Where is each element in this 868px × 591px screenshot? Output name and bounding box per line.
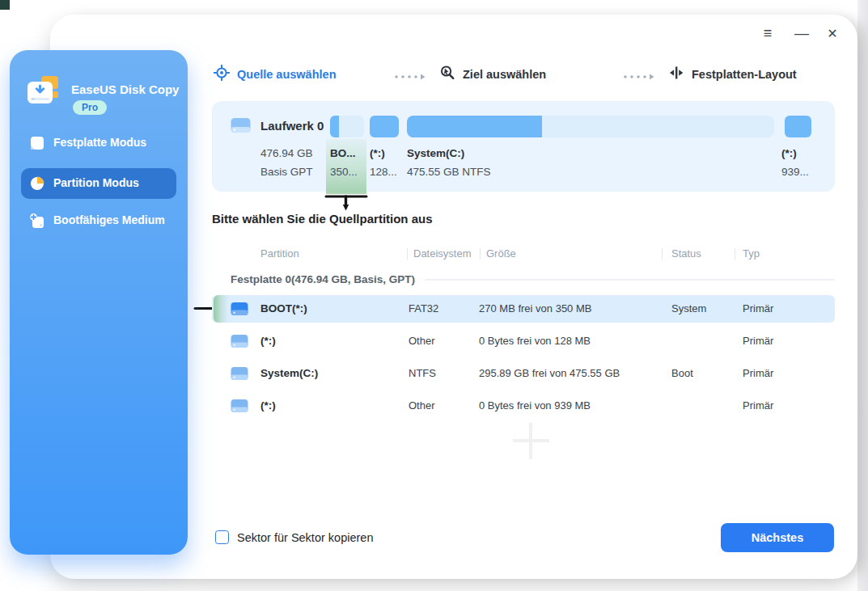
cell-filesystem: NTFS [409, 367, 436, 379]
segment-size: 475.55 GB NTFS [407, 166, 491, 178]
column-header-partition: Partition [260, 247, 299, 260]
step-separator-dots-icon [623, 70, 655, 84]
cell-type: Primär [743, 302, 773, 314]
column-divider [407, 248, 408, 260]
cell-size: 295.89 GB frei von 475.55 GB [479, 367, 620, 379]
segment-size: 128... [370, 166, 397, 178]
close-icon[interactable]: ✕ [822, 23, 843, 44]
column-header-typ: Typ [743, 247, 760, 260]
disk-group-label: Festplatte 0(476.94 GB, Basis, GPT) [231, 273, 415, 285]
sector-by-sector-checkbox[interactable] [215, 530, 229, 544]
plus-watermark-icon [513, 423, 549, 459]
partition-segment-recovery[interactable] [785, 116, 811, 137]
cell-type: Primär [743, 367, 773, 379]
partition-segment-boot[interactable] [330, 116, 364, 137]
table-row[interactable]: (*:) Other 0 Bytes frei von 128 MB Primä… [212, 327, 835, 355]
partition-icon [231, 366, 248, 384]
cell-partition: System(C:) [260, 367, 318, 379]
segment-label: (*:) [370, 147, 385, 159]
drive-size: 476.94 GB [260, 147, 313, 159]
partition-mode-pie-icon [29, 175, 45, 195]
cell-partition: BOOT(*:) [260, 302, 307, 314]
drive-icon [231, 117, 251, 137]
layout-arrows-icon [668, 65, 684, 84]
pro-badge: Pro [73, 100, 107, 115]
app-title: EaseUS Disk Copy [71, 82, 179, 96]
segment-label: BO... [330, 147, 356, 159]
cell-type: Primär [743, 399, 773, 412]
column-divider [480, 248, 481, 260]
cell-partition: (*:) [260, 399, 276, 412]
sidebar-item-bootfaehiges-medium[interactable]: Bootfähiges Medium [10, 205, 188, 236]
sidebar: EaseUS Disk Copy Pro Festplatte Modus Pa… [10, 50, 188, 555]
segment-label: System(C:) [407, 147, 464, 159]
cell-partition: (*:) [260, 335, 276, 347]
cell-size: 270 MB frei von 350 MB [479, 302, 591, 314]
disk-overview-panel [212, 101, 835, 192]
app-logo-icon [28, 76, 61, 112]
column-divider [735, 248, 735, 260]
target-icon [214, 65, 230, 84]
cell-size: 0 Bytes frei von 128 MB [479, 335, 591, 347]
next-button[interactable]: Nächstes [721, 523, 834, 552]
minimize-icon[interactable]: — [791, 23, 812, 44]
sidebar-item-partition-modus[interactable]: Partition Modus [10, 168, 188, 199]
cell-filesystem: Other [409, 399, 435, 412]
menu-icon[interactable]: ≡ [757, 23, 778, 44]
sidebar-item-label: Festplatte Modus [53, 136, 146, 149]
partition-segment-system[interactable] [407, 116, 774, 137]
column-header-groesse: Größe [486, 247, 516, 260]
cell-filesystem: Other [409, 335, 435, 347]
cell-filesystem: FAT32 [409, 302, 438, 314]
window-shadow-strip [857, 0, 868, 591]
drive-name[interactable]: Laufwerk 0 [260, 119, 324, 133]
partition-segment-msr[interactable] [370, 116, 399, 137]
column-divider [662, 248, 663, 260]
divider [425, 279, 835, 281]
step-festplatten-layout[interactable]: Festplatten-Layout [668, 65, 797, 84]
step-quelle-auswaehlen[interactable]: Quelle auswählen [214, 65, 337, 84]
background-corner [0, 0, 10, 10]
segment-size: 939... [781, 166, 809, 178]
partition-icon [231, 334, 248, 352]
step-label: Ziel auswählen [463, 68, 546, 81]
disk-group-header: Festplatte 0(476.94 GB, Basis, GPT) [231, 273, 835, 285]
row-highlight-green [214, 295, 228, 323]
magnifier-cursor-icon [439, 65, 455, 84]
disk-mode-icon [29, 135, 45, 154]
table-row-boot[interactable]: BOOT(*:) FAT32 270 MB frei von 350 MB Sy… [212, 295, 835, 323]
cell-status: Boot [671, 367, 693, 379]
segment-size: 350... [330, 166, 358, 178]
drive-type: Basis GPT [260, 166, 313, 178]
bootable-media-icon [29, 213, 45, 232]
table-row[interactable]: (*:) Other 0 Bytes frei von 939 MB Primä… [212, 392, 835, 420]
sidebar-item-label: Partition Modus [53, 176, 139, 189]
sector-by-sector-label[interactable]: Sektor für Sektor kopieren [237, 531, 373, 544]
column-header-status: Status [671, 247, 701, 260]
cell-type: Primär [743, 335, 773, 347]
sidebar-item-festplatte-modus[interactable]: Festplatte Modus [10, 128, 188, 158]
partition-icon [231, 399, 248, 416]
step-separator-dots-icon [394, 70, 426, 84]
cell-status: System [671, 302, 706, 314]
step-ziel-auswaehlen[interactable]: Ziel auswählen [439, 65, 546, 84]
step-label: Festplatten-Layout [692, 68, 797, 81]
screen: ≡ — ✕ Quelle auswählen Ziel auswählen [0, 0, 868, 591]
sidebar-item-label: Bootfähiges Medium [53, 213, 165, 226]
page-title: Bitte wählen Sie die Quellpartition aus [212, 212, 433, 226]
cell-size: 0 Bytes frei von 939 MB [479, 399, 591, 412]
partition-icon [231, 302, 248, 319]
step-label: Quelle auswählen [237, 68, 337, 81]
segment-label: (*:) [781, 147, 797, 159]
column-header-dateisystem: Dateisystem [413, 247, 472, 260]
table-row-system-c[interactable]: System(C:) NTFS 295.89 GB frei von 475.5… [212, 360, 835, 387]
